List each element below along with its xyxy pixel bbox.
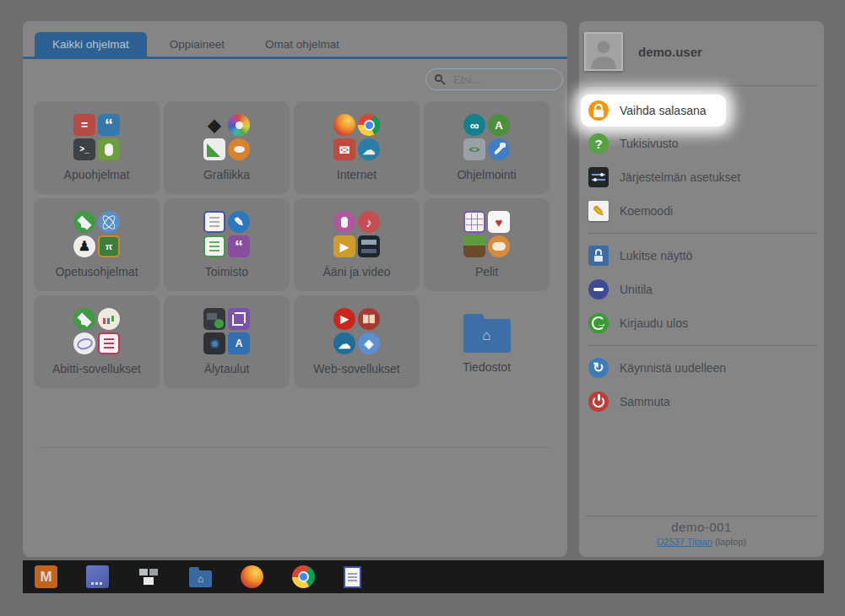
taskbar-menu-button[interactable]: M	[35, 565, 57, 588]
tile-web-sovellukset[interactable]: ▶☁◈Web-sovellukset	[294, 295, 420, 388]
menu-item-koemoodi[interactable]: ✎Koemoodi	[581, 194, 824, 228]
screen-lock-icon	[588, 246, 609, 266]
user-name: demo.user	[638, 45, 702, 59]
tile-internet[interactable]: ✉☁Internet	[294, 101, 420, 194]
home-glyph: ⌂	[482, 327, 490, 344]
taskbar-firefox-icon[interactable]	[241, 565, 263, 588]
tile-label: Web-sovellukset	[313, 362, 399, 376]
logout-icon	[588, 313, 609, 333]
menu-item-kirjaudu-ulos[interactable]: Kirjaudu ulos	[581, 306, 824, 340]
chrome-icon	[358, 114, 380, 136]
music-icon: ♪	[358, 211, 380, 233]
divider	[586, 516, 817, 516]
tile-pelit[interactable]: ♥Pelit	[424, 198, 550, 291]
blender-icon	[228, 138, 250, 160]
taskbar-file-manager-icon[interactable]: ⌂	[189, 570, 212, 587]
menu-item-jarjestelman-asetukset[interactable]: Järjestelmän asetukset	[581, 160, 824, 194]
tile-tiedostot[interactable]: ⌂Tiedostot	[424, 295, 550, 388]
tile-label: Opetusohjelmat	[55, 265, 138, 278]
physics-icon	[98, 211, 120, 233]
ruler-icon	[203, 138, 225, 160]
chalkboard-icon: π	[98, 235, 120, 257]
taskbar-chrome-icon[interactable]	[292, 565, 315, 588]
menu-item-sammuta[interactable]: Sammuta	[581, 385, 824, 419]
taskbar-window-tiles-icon[interactable]	[138, 565, 160, 588]
tile-label: Pelit	[475, 265, 498, 278]
user-sidebar: demo.user Vaihda salasana?TukisivustoJär…	[579, 21, 824, 557]
tile-icon-grid: ♪▶	[333, 211, 380, 257]
quotes-purple-icon: “	[228, 235, 250, 257]
firefox-icon	[333, 114, 355, 136]
taskbar-writer-icon[interactable]	[344, 566, 361, 588]
tile-label: Tiedostot	[463, 360, 511, 374]
ebook-icon	[358, 308, 380, 330]
gamepad-icon	[488, 235, 510, 257]
tile-label: Älytaulut	[204, 362, 250, 376]
desktop: Kaikki ohjelmatOppiaineetOmat ohjelmat =…	[0, 0, 845, 616]
menu-item-label: Lukitse näyttö	[620, 249, 692, 262]
writer-doc-icon	[203, 211, 225, 233]
tile-icon-grid: =“>_	[73, 114, 120, 160]
hostname: demo-001	[579, 520, 824, 534]
inkscape-icon: ◆	[203, 114, 225, 136]
crop-icon	[228, 308, 250, 330]
search-input[interactable]	[452, 73, 548, 87]
launcher-panel: Kaikki ohjelmatOppiaineetOmat ohjelmat =…	[23, 21, 567, 557]
tile-opetusohjelmat[interactable]: ♟πOpetusohjelmat	[34, 198, 160, 291]
tile-aani-ja-video[interactable]: ♪▶Ääni ja video	[294, 198, 420, 291]
builder-icon	[488, 138, 510, 160]
tile-icon-grid: ✎“	[203, 211, 250, 257]
menu-item-kaynnista-uudelleen[interactable]: ↻Käynnistä uudelleen	[581, 351, 824, 385]
tile-alytaulut[interactable]: AÄlytaulut	[164, 295, 290, 388]
minecraft-icon	[463, 235, 485, 257]
text-tool-icon: A	[228, 332, 250, 354]
email-icon: ✉	[333, 138, 355, 160]
monitor-icon	[203, 332, 225, 354]
menu-item-label: Sammuta	[620, 395, 670, 408]
tile-icon-grid: ✉☁	[333, 114, 380, 160]
tile-apuohjelmat[interactable]: =“>_Apuohjelmat	[34, 101, 160, 194]
divider	[40, 447, 550, 448]
screen-draw-icon	[203, 308, 225, 330]
tab-omat-ohjelmat[interactable]: Omat ohjelmat	[247, 32, 357, 57]
menu-item-label: Unitila	[620, 283, 653, 296]
sidebar-footer: demo-001 O2537 Titaan (laptop)	[579, 520, 824, 547]
divider	[588, 345, 817, 346]
avatar	[584, 32, 623, 71]
machine-link[interactable]: O2537 Titaan	[657, 537, 712, 547]
menu-item-label: Vaihda salasana	[620, 104, 706, 117]
tile-grafiikka[interactable]: ◆Grafiikka	[164, 101, 290, 194]
calculator-icon: =	[73, 114, 95, 136]
tab-oppiaineet[interactable]: Oppiaineet	[152, 32, 242, 57]
tab-kaikki-ohjelmat[interactable]: Kaikki ohjelmat	[35, 32, 147, 57]
search-box	[425, 68, 563, 90]
stats-icon	[98, 308, 120, 330]
video-play-icon: ▶	[333, 235, 355, 257]
code-editor-icon: <>	[463, 138, 485, 160]
cloud-icon: ☁	[358, 138, 380, 160]
help-icon: ?	[588, 133, 609, 154]
menu-item-lukitse-naytto[interactable]: Lukitse näyttö	[581, 239, 824, 273]
education-icon	[73, 211, 95, 233]
shutdown-icon	[588, 392, 609, 412]
tile-label: Apuohjelmat	[64, 168, 130, 181]
tile-toimisto[interactable]: ✎“Toimisto	[164, 198, 290, 291]
divider	[588, 233, 817, 234]
browser-compass-icon: ◈	[358, 332, 380, 354]
menu-item-vaihda-salasana[interactable]: Vaihda salasana	[581, 95, 726, 127]
tile-label: Internet	[337, 168, 376, 181]
taskbar: M⌂	[23, 560, 824, 593]
card-game-icon: ♥	[488, 211, 510, 233]
menu-item-label: Käynnistä uudelleen	[620, 361, 726, 375]
menu-item-unitila[interactable]: Unitila	[581, 273, 824, 306]
suspend-icon	[588, 279, 609, 300]
machine-type: (laptop)	[715, 537, 746, 547]
tile-icon-grid	[73, 308, 120, 354]
tile-icon-grid: ♟π	[73, 211, 120, 257]
tile-abitti-sovellukset[interactable]: Abitti-sovellukset	[34, 295, 160, 388]
tile-ohjelmointi[interactable]: ∞A<>Ohjelmointi	[424, 101, 550, 194]
taskbar-desktop-icon[interactable]	[86, 565, 109, 588]
menu-item-tukisivusto[interactable]: ?Tukisivusto	[581, 127, 824, 160]
impress-doc-icon	[98, 332, 120, 354]
menu-item-label: Tukisivusto	[620, 137, 679, 150]
